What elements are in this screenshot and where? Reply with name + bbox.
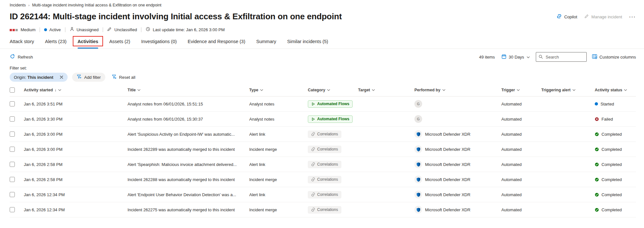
add-filter-button[interactable]: Add filter	[72, 73, 105, 82]
cell-activity-status: Completed	[595, 157, 636, 172]
cell-activity-started: Jan 6, 2026 2:58 PM	[24, 157, 128, 172]
search-input[interactable]	[536, 52, 587, 62]
chevron-down-icon	[526, 55, 530, 59]
cell-performed-by: Microsoft Defender XDR	[414, 172, 501, 187]
column-header-target[interactable]: Target	[358, 88, 412, 92]
incident-state: Active	[44, 27, 61, 32]
select-all-checkbox[interactable]	[10, 87, 15, 93]
correlations-badge[interactable]: Correlations	[308, 161, 341, 168]
correlations-badge[interactable]: Correlations	[308, 176, 341, 183]
search-box	[536, 52, 587, 62]
play-icon	[311, 102, 315, 106]
column-header-triggering-alert[interactable]: Triggering alert	[541, 88, 592, 92]
cell-performed-by: Microsoft Defender XDR	[414, 142, 501, 157]
cell-activity-status: Completed	[595, 202, 636, 217]
row-checkbox[interactable]	[10, 192, 15, 197]
cell-triggering-alert	[541, 187, 595, 202]
cell-title[interactable]: Incident 262288 was automatically merged…	[128, 172, 249, 187]
table-row[interactable]: Jan 6, 2026 3:00 PM Alert 'Suspicious Ac…	[10, 127, 636, 142]
completed-status-icon	[595, 178, 599, 182]
filter-chip-origin[interactable]: Origin: This incident	[10, 73, 68, 82]
table-row[interactable]: Jan 6, 2026 12:34 PM Alert 'Endpoint Use…	[10, 187, 636, 202]
cell-performed-by: G	[414, 96, 501, 112]
correlations-badge[interactable]: Correlations	[308, 206, 341, 214]
tab-investigations[interactable]: Investigations (0)	[141, 39, 176, 49]
row-checkbox[interactable]	[10, 162, 15, 167]
cell-type: Alert link	[249, 187, 308, 202]
column-header-type[interactable]: Type	[249, 88, 305, 92]
tab-alerts[interactable]: Alerts (23)	[45, 39, 67, 49]
column-header-trigger[interactable]: Trigger	[501, 88, 539, 92]
breadcrumb-incidents-link[interactable]: Incidents	[10, 3, 26, 7]
classification[interactable]: Unclassified	[107, 27, 137, 32]
row-checkbox[interactable]	[10, 101, 15, 106]
chevron-down-icon	[516, 89, 520, 91]
automated-flows-badge[interactable]: Automated Flows	[308, 115, 353, 123]
column-header-activity-status[interactable]: Activity status	[595, 88, 633, 92]
correlations-badge[interactable]: Correlations	[308, 146, 341, 153]
correlation-icon	[311, 162, 315, 167]
dismiss-filter-icon[interactable]	[60, 75, 63, 79]
tab-similar-incidents[interactable]: Similar incidents (5)	[287, 39, 328, 49]
row-checkbox[interactable]	[10, 116, 15, 122]
refresh-button[interactable]: Refresh	[10, 54, 33, 60]
reset-all-label: Reset all	[119, 75, 136, 80]
more-options-button[interactable]: ···	[629, 14, 636, 20]
cell-title[interactable]: Alert 'Spearphish: Malicious invoice att…	[128, 157, 249, 172]
cell-performed-by: G	[414, 112, 501, 127]
chevron-down-icon	[327, 89, 330, 91]
cell-category: Automated Flows	[308, 112, 358, 127]
column-header-category[interactable]: Category	[308, 88, 355, 92]
row-checkbox[interactable]	[10, 207, 15, 212]
play-icon	[311, 117, 315, 121]
correlation-icon	[311, 147, 315, 151]
cell-activity-status: Started	[595, 96, 636, 112]
time-range-dropdown[interactable]: 30 Days	[501, 54, 530, 60]
last-update: Last update time: Jan 6, 2026 3:00 PM	[146, 27, 224, 32]
tab-assets[interactable]: Assets (2)	[109, 39, 130, 49]
copilot-button[interactable]: Copilot	[556, 14, 577, 20]
customize-columns-button[interactable]: Customize columns	[592, 54, 636, 60]
filter-reset-icon	[112, 74, 117, 80]
cell-category: Correlations	[308, 127, 358, 142]
cell-category: Correlations	[308, 157, 358, 172]
column-header-performed-by[interactable]: Performed by	[414, 88, 499, 92]
row-checkbox[interactable]	[10, 132, 15, 137]
cell-activity-status: Completed	[595, 172, 636, 187]
cell-title[interactable]: Incident 262289 was automatically merged…	[128, 142, 249, 157]
defender-shield-icon	[414, 191, 422, 198]
column-header-activity-started[interactable]: Activity started↓	[24, 88, 125, 92]
table-row[interactable]: Jan 6, 2026 3:30 PM Analyst notes from 0…	[10, 112, 636, 127]
assignment[interactable]: Unassigned	[70, 27, 99, 32]
cell-title[interactable]: Analyst notes from 06/01/2026, 15:30:37	[128, 112, 249, 127]
reset-all-filters-button[interactable]: Reset all	[110, 73, 137, 82]
correlations-badge[interactable]: Correlations	[308, 131, 341, 138]
incident-status-bar: Medium Active Unassigned Unclassified La	[10, 27, 636, 32]
cell-title[interactable]: Analyst notes from 06/01/2026, 15:51:15	[128, 96, 249, 112]
manage-incident-label: Manage incident	[592, 14, 622, 19]
table-row[interactable]: Jan 6, 2026 2:58 PM Alert 'Spearphish: M…	[10, 157, 636, 172]
activities-table: Activity started↓ Title Type Category Ta…	[10, 85, 636, 217]
tab-attack-story[interactable]: Attack story	[10, 39, 34, 49]
row-checkbox[interactable]	[10, 147, 15, 152]
avatar: G	[414, 100, 422, 108]
row-checkbox[interactable]	[10, 177, 15, 182]
table-row[interactable]: Jan 6, 2026 12:34 PM Incident 262275 was…	[10, 202, 636, 217]
table-row[interactable]: Jan 6, 2026 3:51 PM Analyst notes from 0…	[10, 96, 636, 112]
column-header-title[interactable]: Title	[128, 88, 247, 92]
tab-summary[interactable]: Summary	[256, 39, 276, 49]
filter-chips: Origin: This incident Add filter Reset a…	[10, 73, 636, 82]
table-row[interactable]: Jan 6, 2026 3:00 PM Incident 262289 was …	[10, 142, 636, 157]
correlations-badge[interactable]: Correlations	[308, 191, 341, 198]
manage-incident-button[interactable]: Manage incident	[584, 14, 622, 20]
automated-flows-badge[interactable]: Automated Flows	[308, 100, 353, 108]
classification-label: Unclassified	[114, 27, 137, 32]
cell-title[interactable]: Alert 'Endpoint User Behavior Deviation …	[128, 187, 249, 202]
cell-triggering-alert	[541, 112, 595, 127]
customize-columns-icon	[592, 54, 597, 60]
cell-title[interactable]: Incident 262275 was automatically merged…	[128, 202, 249, 217]
tab-evidence-response[interactable]: Evidence and Response (3)	[188, 39, 245, 49]
tab-activities[interactable]: Activities	[78, 39, 98, 49]
table-row[interactable]: Jan 6, 2026 2:58 PM Incident 262288 was …	[10, 172, 636, 187]
cell-title[interactable]: Alert 'Suspicious Activity on Endpoint-I…	[128, 127, 249, 142]
